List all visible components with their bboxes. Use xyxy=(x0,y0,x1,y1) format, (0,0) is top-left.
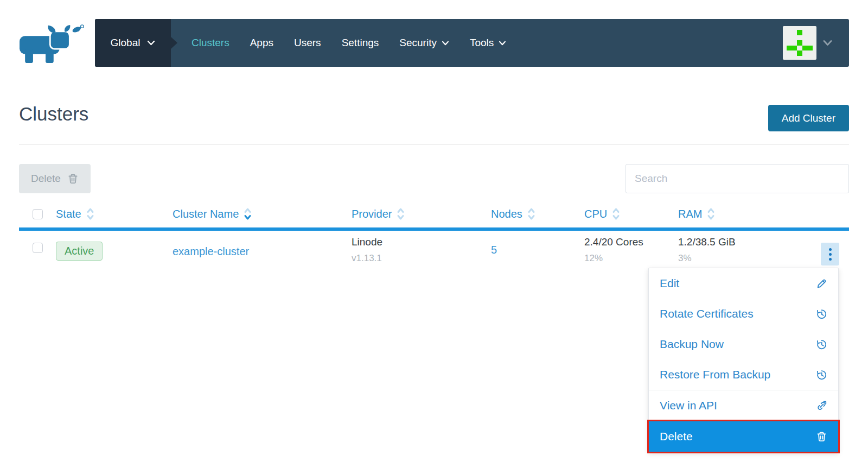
column-header-ram[interactable]: RAM xyxy=(678,206,808,222)
chevron-down-icon xyxy=(499,41,506,46)
sort-icon xyxy=(612,206,620,222)
nav-item-clusters[interactable]: Clusters xyxy=(192,37,229,49)
rancher-logo[interactable] xyxy=(20,23,85,65)
cpu-usage: 2.4/20 Cores xyxy=(584,236,678,248)
column-header-nodes[interactable]: Nodes xyxy=(491,206,584,222)
sort-icon xyxy=(86,206,94,222)
provider-version: v1.13.1 xyxy=(352,253,491,264)
menu-item-restore-from-backup[interactable]: Restore From Backup xyxy=(649,359,838,390)
nodes-count-link[interactable]: 5 xyxy=(491,244,584,256)
menu-item-delete[interactable]: Delete xyxy=(649,421,838,452)
nav-item-users[interactable]: Users xyxy=(294,37,321,49)
page-title: Clusters xyxy=(19,103,88,125)
ram-percent: 3% xyxy=(678,253,808,264)
cluster-name-link[interactable]: example-cluster xyxy=(173,245,352,258)
row-actions-menu: Edit Rotate Certificates Backup Now Rest… xyxy=(648,268,839,452)
nav-item-security[interactable]: Security xyxy=(399,37,449,49)
add-cluster-button[interactable]: Add Cluster xyxy=(768,105,849,131)
chevron-down-icon xyxy=(822,40,833,46)
nav-item-tools[interactable]: Tools xyxy=(470,37,506,49)
menu-item-rotate-certificates[interactable]: Rotate Certificates xyxy=(649,299,838,329)
bulk-delete-button[interactable]: Delete xyxy=(19,164,91,193)
clusters-table: State Cluster Name Provider Nodes CPU RA… xyxy=(19,200,849,272)
status-badge: Active xyxy=(56,242,103,261)
pencil-icon xyxy=(816,278,827,289)
chevron-down-icon xyxy=(147,40,155,46)
search-input[interactable] xyxy=(626,164,849,193)
ram-usage: 1.2/38.5 GiB xyxy=(678,236,808,248)
sort-icon xyxy=(244,206,252,222)
select-all-checkbox[interactable] xyxy=(33,209,43,219)
avatar-identicon xyxy=(787,30,813,56)
nav-item-settings[interactable]: Settings xyxy=(342,37,379,49)
environment-switcher[interactable]: Global xyxy=(95,19,171,67)
column-header-state[interactable]: State xyxy=(56,206,173,222)
user-avatar[interactable] xyxy=(783,26,816,60)
chevron-down-icon xyxy=(442,41,449,46)
environment-label: Global xyxy=(111,37,141,49)
user-menu[interactable] xyxy=(783,26,849,60)
external-link-icon xyxy=(816,400,827,412)
sort-icon xyxy=(707,206,715,222)
history-icon xyxy=(816,339,827,350)
row-checkbox[interactable] xyxy=(33,243,43,253)
provider-name: Linode xyxy=(352,236,491,248)
row-actions-kebab-button[interactable] xyxy=(821,243,839,265)
menu-item-backup-now[interactable]: Backup Now xyxy=(649,329,838,359)
history-icon xyxy=(816,369,827,381)
sort-icon xyxy=(397,206,405,222)
divider xyxy=(19,144,849,145)
sort-icon xyxy=(527,206,535,222)
table-row: Active example-cluster Linode v1.13.1 5 … xyxy=(19,231,849,272)
column-header-cluster-name[interactable]: Cluster Name xyxy=(173,206,352,222)
top-navbar: Global Clusters Apps Users Settings Secu… xyxy=(95,19,849,67)
cpu-percent: 12% xyxy=(584,253,678,264)
trash-icon xyxy=(67,173,79,185)
trash-icon xyxy=(816,431,827,442)
menu-item-edit[interactable]: Edit xyxy=(649,268,838,299)
menu-item-view-in-api[interactable]: View in API xyxy=(649,390,838,421)
history-icon xyxy=(816,308,827,320)
nav-item-apps[interactable]: Apps xyxy=(250,37,273,49)
main-nav: Clusters Apps Users Settings Security To… xyxy=(192,37,506,49)
table-header-row: State Cluster Name Provider Nodes CPU RA… xyxy=(19,200,849,231)
column-header-provider[interactable]: Provider xyxy=(352,206,491,222)
column-header-cpu[interactable]: CPU xyxy=(584,206,678,222)
